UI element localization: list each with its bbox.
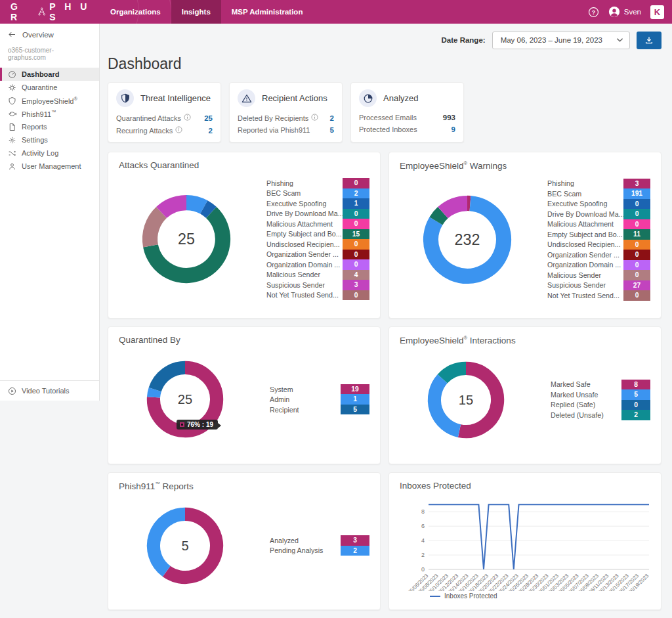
legend-value-chip: 0 xyxy=(623,260,650,271)
legend-value-chip: 0 xyxy=(343,219,369,229)
summary-card-threat-intelligence: Threat IntelligenceQuarantined Attacks25… xyxy=(108,82,221,143)
legend-label: Drive By Download Ma... xyxy=(547,210,623,218)
tab-msp-administration[interactable]: MSP Administration xyxy=(221,0,314,24)
dashboard-icon xyxy=(8,70,16,79)
legend-label: Admin xyxy=(270,395,341,403)
donut-slice-executive-spoofing[interactable] xyxy=(204,207,211,212)
legend-item: Undisclosed Recipien...0 xyxy=(266,239,369,250)
tab-organizations[interactable]: Organizations xyxy=(100,0,171,24)
summary-row-value: 9 xyxy=(452,125,455,133)
summary-row-deleted-by-recipients: Deleted By Recipients2 xyxy=(238,112,334,124)
user-icon xyxy=(8,162,16,171)
chevron-down-icon[interactable] xyxy=(610,37,629,43)
top-nav: OrganizationsInsightsMSP Administration xyxy=(100,0,313,24)
help-icon[interactable]: ? xyxy=(588,7,599,18)
sidebar-item-label: Quarantine xyxy=(22,83,57,91)
donut-slice-suspicious-sender[interactable] xyxy=(161,203,186,213)
summary-row-label: Quarantined Attacks xyxy=(116,114,191,122)
pie-chart-icon xyxy=(359,89,377,107)
donut-slice-pending-analysis[interactable] xyxy=(154,514,185,571)
legend-item: Organization Sender ...0 xyxy=(266,250,369,260)
donut-chart[interactable]: 232 xyxy=(418,190,516,289)
donut-chart[interactable]: 15 xyxy=(423,357,509,443)
info-icon[interactable] xyxy=(311,114,318,122)
legend-item: Executive Spoofing1 xyxy=(266,198,369,209)
user-menu[interactable]: Sven xyxy=(608,6,641,18)
sidebar-item-employeeshield[interactable]: EmployeeShield® xyxy=(0,94,99,107)
phish-icon xyxy=(8,110,16,118)
legend-item: System19 xyxy=(270,384,369,395)
legend-item: Drive By Download Ma...0 xyxy=(266,209,369,219)
sidebar-back-label: Overview xyxy=(22,31,54,39)
page-title: Dashboard xyxy=(108,55,662,73)
date-range-input[interactable]: May 06, 2023 – June 19, 2023 xyxy=(492,32,630,49)
donut-center-total: 232 xyxy=(455,231,480,248)
donut-chart[interactable]: 25 xyxy=(137,190,236,288)
summary-card-analyzed: AnalyzedProcessed Emails993Protected Inb… xyxy=(350,82,464,143)
legend-value-chip: 0 xyxy=(623,219,650,230)
svg-text:?: ? xyxy=(592,9,595,15)
main-content: Date Range: May 06, 2023 – June 19, 2023… xyxy=(100,24,672,610)
sidebar-item-reports[interactable]: Reports xyxy=(0,120,99,133)
line-chart[interactable]: 0246805/06/202305/08/202305/10/202305/12… xyxy=(404,496,654,591)
info-icon[interactable] xyxy=(175,126,182,135)
date-range-label: Date Range: xyxy=(442,36,486,44)
legend-label: Deleted (Unsafe) xyxy=(551,411,621,419)
sidebar-item-dashboard[interactable]: Dashboard xyxy=(0,68,99,81)
sidebar-item-settings[interactable]: Settings xyxy=(0,133,99,146)
avatar-icon xyxy=(608,6,620,18)
legend-label: Empty Subject and Bo... xyxy=(547,231,623,238)
chart-legend: Phishing3BEC Scam191Executive Spoofing0D… xyxy=(547,179,650,301)
legend-value-chip: 191 xyxy=(623,188,650,199)
donut-chart-wrap: 15 xyxy=(423,357,509,443)
donut-slice-deleted-unsafe[interactable] xyxy=(442,368,466,378)
donut-slice-marked-unsafe[interactable] xyxy=(434,378,459,430)
download-icon xyxy=(644,35,654,45)
chart-title: Quarantined By xyxy=(119,335,369,345)
sidebar-item-phish911[interactable]: Phish911™ xyxy=(0,107,99,120)
sidebar-footer: Video Tutorials xyxy=(0,380,99,401)
info-icon[interactable] xyxy=(184,114,191,122)
sidebar-item-activity-log[interactable]: Activity Log xyxy=(0,146,99,160)
summary-row-label-text: Recurring Attacks xyxy=(116,127,173,135)
sidebar-nav: DashboardQuarantineEmployeeShield®Phish9… xyxy=(0,68,99,173)
legend-value-chip: 4 xyxy=(343,270,369,280)
legend-value-chip: 0 xyxy=(343,250,369,260)
charts-grid: Attacks Quarantined25Phishing0BEC Scam2E… xyxy=(108,152,662,610)
employeeshield-interactions-card: EmployeeShield® Interactions15Marked Saf… xyxy=(388,326,662,464)
donut-slice-malicious-sender[interactable] xyxy=(150,213,161,246)
top-bar: G R P H U S OrganizationsInsightsMSP Adm… xyxy=(0,0,672,24)
chart-title: EmployeeShield® Warnings xyxy=(400,160,650,171)
line-series-inboxes-protected[interactable] xyxy=(429,504,649,569)
legend-value-chip: 0 xyxy=(623,209,650,219)
legend-label: Replied (Safe) xyxy=(551,401,621,408)
legend-value-chip: 3 xyxy=(623,179,650,189)
chart-legend: Analyzed3Pending Analysis2 xyxy=(270,535,369,556)
donut-center-total: 15 xyxy=(459,393,473,407)
sidebar-back-overview[interactable]: Overview xyxy=(0,24,99,44)
summary-row-value: 5 xyxy=(330,126,334,134)
sidebar: Overview o365-customer-graphus.com Dashb… xyxy=(0,24,100,401)
summary-row-label-text: Processed Emails xyxy=(359,114,417,121)
donut-slice-bec-scam[interactable] xyxy=(186,203,204,208)
donut-slice-empty-subject-and-bo[interactable] xyxy=(436,212,442,221)
legend-item: Marked Unsafe5 xyxy=(551,389,650,400)
quarantined-by-card: Quarantined By2576% : 19System19Admin1Re… xyxy=(108,326,381,464)
legend-value-chip: 2 xyxy=(341,546,369,556)
legend-label: Executive Spoofing xyxy=(547,200,623,208)
tab-insights[interactable]: Insights xyxy=(171,0,221,24)
legend-item: Replied (Safe)0 xyxy=(551,400,650,410)
download-button[interactable] xyxy=(637,32,662,49)
summary-row-reported-via-phish911: Reported via Phish9115 xyxy=(238,124,334,136)
sidebar-item-quarantine[interactable]: Quarantine xyxy=(0,81,99,94)
legend-label: Organization Domain ... xyxy=(266,261,343,269)
donut-chart[interactable]: 5 xyxy=(142,503,228,588)
sidebar-item-user-management[interactable]: User Management xyxy=(0,160,99,173)
quarantine-icon xyxy=(8,83,16,92)
donut-slice-suspicious-sender[interactable] xyxy=(443,203,467,212)
legend-value-chip: 0 xyxy=(343,178,369,188)
sidebar-item-video-tutorials[interactable]: Video Tutorials xyxy=(0,381,99,401)
donut-slice-analyzed[interactable] xyxy=(167,514,217,577)
donut-slice-admin[interactable] xyxy=(154,389,155,397)
donut-slice-recipient[interactable] xyxy=(155,368,185,389)
